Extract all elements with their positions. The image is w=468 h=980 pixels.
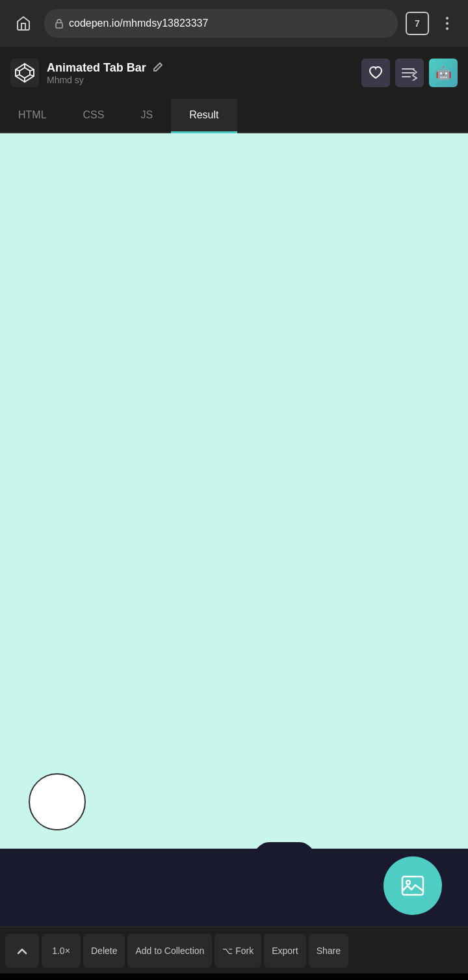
- demo-circle: [29, 773, 86, 830]
- tab-result[interactable]: Result: [171, 99, 237, 133]
- bottom-action-bar: 1.0× Delete Add to Collection ⌥ Fork Exp…: [0, 927, 468, 973]
- home-button[interactable]: [10, 10, 36, 36]
- zoom-level-button[interactable]: 1.0×: [42, 934, 81, 968]
- codepen-header: Animated Tab Bar Mhmd sy: [0, 47, 468, 99]
- user-avatar[interactable]: 🤖: [429, 59, 458, 87]
- pen-title: Animated Tab Bar: [47, 61, 163, 75]
- dot-3: [446, 27, 448, 30]
- delete-button[interactable]: Delete: [83, 934, 125, 968]
- address-bar[interactable]: codepen.io/mhmdsy13823337: [44, 9, 398, 38]
- pen-author: Mhmd sy: [47, 75, 163, 85]
- demo-tab-bar: [0, 849, 468, 927]
- lock-icon: [55, 18, 64, 29]
- fork-label: ⌥ Fork: [222, 946, 254, 956]
- codepen-logo-icon: [10, 59, 39, 87]
- dot-1: [446, 17, 448, 20]
- follow-button[interactable]: [395, 59, 424, 87]
- tab-count: 7: [415, 18, 420, 29]
- avatar-emoji: 🤖: [436, 65, 452, 81]
- svg-rect-1: [10, 59, 39, 87]
- fork-button[interactable]: ⌥ Fork: [214, 934, 261, 968]
- svg-rect-20: [402, 877, 423, 895]
- add-to-collection-button[interactable]: Add to Collection: [127, 934, 212, 968]
- zoom-text: 1.0×: [52, 946, 70, 956]
- url-text: codepen.io/mhmdsy13823337: [69, 18, 387, 29]
- share-button[interactable]: Share: [309, 934, 348, 968]
- svg-rect-0: [56, 23, 62, 28]
- pen-title-group: Animated Tab Bar Mhmd sy: [47, 61, 163, 85]
- share-label: Share: [317, 946, 341, 956]
- tab-js[interactable]: JS: [122, 99, 171, 133]
- codepen-actions: 🤖: [361, 59, 458, 87]
- result-preview: [0, 133, 468, 927]
- more-menu-button[interactable]: [437, 13, 458, 34]
- svg-point-21: [406, 881, 410, 884]
- add-to-collection-label: Add to Collection: [135, 946, 204, 956]
- edit-icon[interactable]: [151, 62, 163, 73]
- chevron-up-button[interactable]: [5, 934, 39, 968]
- delete-label: Delete: [91, 946, 117, 956]
- like-button[interactable]: [361, 59, 390, 87]
- export-button[interactable]: Export: [264, 934, 306, 968]
- editor-tabs: HTML CSS JS Result: [0, 99, 468, 133]
- dot-2: [446, 22, 448, 25]
- demo-tab-image-active[interactable]: [384, 856, 442, 915]
- tab-count-badge[interactable]: 7: [406, 12, 429, 35]
- tab-html[interactable]: HTML: [0, 99, 65, 133]
- codepen-brand: Animated Tab Bar Mhmd sy: [10, 59, 163, 87]
- export-label: Export: [272, 946, 298, 956]
- tab-css[interactable]: CSS: [65, 99, 123, 133]
- browser-toolbar: codepen.io/mhmdsy13823337 7: [0, 0, 468, 47]
